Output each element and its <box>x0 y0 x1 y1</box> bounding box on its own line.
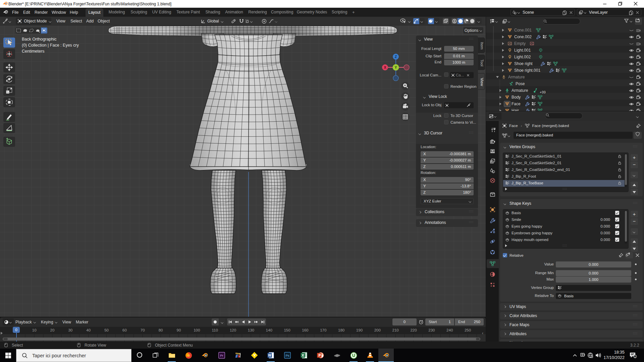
svg-text:Y: Y <box>395 66 397 69</box>
svg-text:X: X <box>384 66 386 69</box>
svg-text:Pr: Pr <box>220 354 223 357</box>
svg-text:Z: Z <box>395 55 397 59</box>
svg-text:1: 1 <box>634 355 636 358</box>
svg-text:Ps: Ps <box>285 354 289 357</box>
